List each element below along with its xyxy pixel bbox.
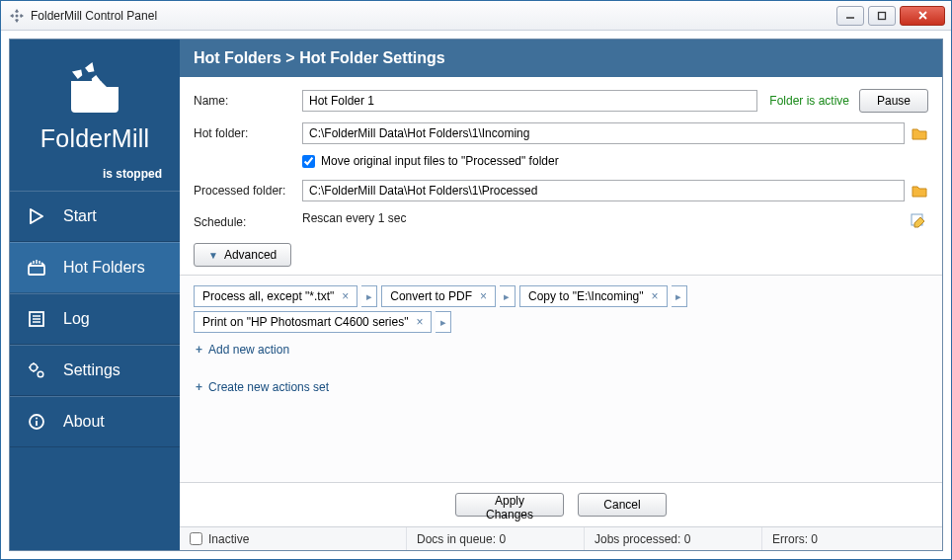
chip-arrow-icon[interactable]: ▸ — [500, 285, 516, 307]
play-icon — [26, 207, 47, 225]
nav-log[interactable]: Log — [10, 293, 180, 345]
browse-processed-icon[interactable] — [911, 184, 928, 198]
svg-point-0 — [16, 14, 19, 17]
nav-settings[interactable]: Settings — [10, 345, 180, 396]
processed-input[interactable] — [302, 180, 905, 201]
jobs-processed: Jobs processed: 0 — [585, 527, 762, 550]
nav-label: About — [63, 413, 105, 431]
settings-icon — [26, 360, 47, 380]
nav-hot-folders[interactable]: Hot Folders — [10, 242, 180, 293]
chip-arrow-icon[interactable]: ▸ — [361, 285, 377, 307]
close-button[interactable] — [900, 6, 945, 26]
action-chip-row: Process all, except "*.txt"×▸Convert to … — [194, 285, 928, 333]
action-chip[interactable]: Print on "HP Photosmart C4600 series"× — [194, 311, 432, 333]
move-files-checkbox[interactable] — [302, 155, 315, 168]
nav-label: Log — [63, 310, 90, 328]
window-controls — [836, 6, 945, 26]
remove-action-icon[interactable]: × — [480, 289, 487, 303]
window-title: FolderMill Control Panel — [31, 9, 836, 23]
hot-folder-icon — [26, 258, 47, 278]
action-chip-label: Convert to PDF — [390, 289, 472, 303]
svg-point-16 — [31, 364, 38, 371]
add-action-link[interactable]: +Add new action — [196, 343, 928, 357]
nav-about[interactable]: About — [10, 396, 180, 447]
errors-count: Errors: 0 — [762, 527, 942, 550]
footer-buttons: Apply Changes Cancel — [180, 483, 942, 526]
brand-name: FolderMill — [20, 124, 170, 153]
action-chip[interactable]: Copy to "E:\Incoming"× — [519, 285, 668, 307]
plus-icon: + — [196, 343, 202, 357]
sidebar: FolderMill is stopped Start Hot Folders … — [10, 40, 180, 550]
status-bar: Inactive Docs in queue: 0 Jobs processed… — [180, 526, 942, 550]
svg-rect-2 — [879, 12, 886, 19]
nav-label: Settings — [63, 361, 120, 379]
chip-arrow-icon[interactable]: ▸ — [672, 285, 687, 307]
move-files-label: Move original input files to "Processed"… — [321, 154, 559, 168]
actions-area: Process all, except "*.txt"×▸Convert to … — [180, 275, 942, 483]
inactive-checkbox[interactable] — [190, 532, 202, 545]
svg-rect-6 — [29, 266, 44, 275]
brand-logo-icon — [63, 61, 126, 115]
cancel-button[interactable]: Cancel — [578, 493, 667, 517]
remove-action-icon[interactable]: × — [652, 289, 659, 303]
apply-changes-button[interactable]: Apply Changes — [455, 493, 564, 517]
action-chip[interactable]: Convert to PDF× — [381, 285, 496, 307]
brand: FolderMill — [10, 40, 180, 167]
action-chip-label: Print on "HP Photosmart C4600 series" — [202, 315, 408, 329]
inactive-label: Inactive — [208, 532, 249, 546]
nav: Start Hot Folders Log Settings — [10, 191, 180, 447]
create-actions-set-link[interactable]: +Create new actions set — [196, 380, 928, 394]
app-window: FolderMill Control Panel FolderMill — [0, 0, 952, 560]
action-chip-label: Copy to "E:\Incoming" — [528, 289, 644, 303]
hotfolder-input[interactable] — [302, 122, 905, 144]
advanced-button[interactable]: ▼Advanced — [194, 243, 291, 267]
processed-label: Processed folder: — [194, 184, 302, 198]
action-chip-label: Process all, except "*.txt" — [202, 289, 334, 303]
app-icon — [9, 8, 25, 24]
docs-in-queue: Docs in queue: 0 — [407, 527, 585, 550]
titlebar: FolderMill Control Panel — [1, 1, 951, 31]
name-input[interactable] — [302, 90, 757, 112]
plus-icon: + — [196, 380, 202, 394]
svg-point-17 — [38, 371, 43, 377]
log-icon — [26, 310, 47, 328]
name-label: Name: — [194, 94, 302, 108]
chevron-down-icon: ▼ — [208, 250, 218, 261]
info-icon — [26, 413, 47, 431]
maximize-button[interactable] — [868, 6, 896, 26]
hotfolder-label: Hot folder: — [194, 126, 302, 140]
action-chip[interactable]: Process all, except "*.txt"× — [194, 285, 357, 307]
schedule-value: Rescan every 1 sec — [302, 211, 911, 233]
form-area: Name: Folder is active Pause Hot folder:… — [180, 77, 942, 275]
chip-arrow-icon[interactable]: ▸ — [436, 311, 451, 333]
svg-point-5 — [84, 74, 90, 80]
nav-label: Hot Folders — [63, 259, 145, 277]
remove-action-icon[interactable]: × — [416, 315, 423, 329]
brand-status: is stopped — [10, 167, 180, 181]
folder-active-status: Folder is active — [769, 94, 849, 108]
breadcrumb: Hot Folders > Hot Folder Settings — [180, 40, 942, 77]
remove-action-icon[interactable]: × — [342, 289, 349, 303]
browse-hotfolder-icon[interactable] — [911, 126, 928, 140]
pause-button[interactable]: Pause — [859, 89, 928, 113]
main-panel: Hot Folders > Hot Folder Settings Name: … — [180, 40, 942, 550]
nav-label: Start — [63, 207, 97, 225]
edit-schedule-icon[interactable] — [911, 213, 928, 232]
schedule-label: Schedule: — [194, 215, 302, 229]
minimize-button[interactable] — [836, 6, 864, 26]
svg-point-23 — [36, 418, 38, 420]
nav-start[interactable]: Start — [10, 191, 180, 242]
